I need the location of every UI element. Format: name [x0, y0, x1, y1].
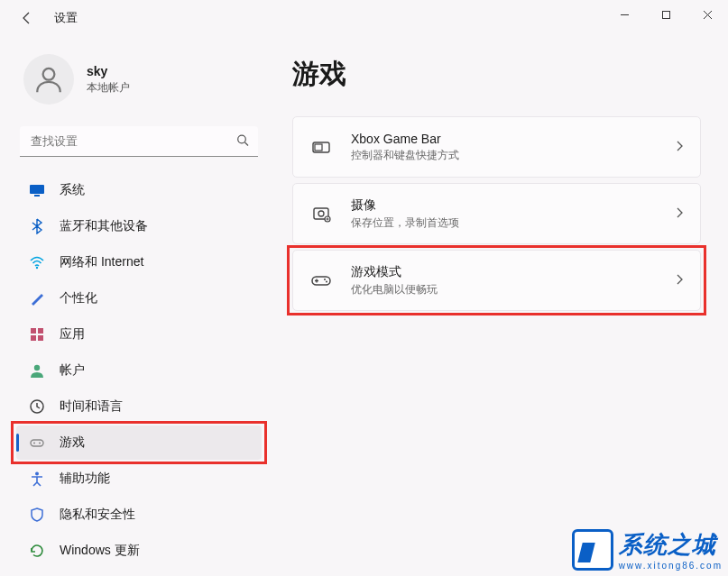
- card-subtitle: 控制器和键盘快捷方式: [351, 148, 657, 163]
- svg-point-12: [34, 365, 40, 370]
- sidebar-item-bluetooth[interactable]: 蓝牙和其他设备: [16, 209, 262, 243]
- window-controls: [604, 0, 728, 29]
- svg-rect-10: [31, 335, 36, 341]
- sidebar-item-label: 游戏: [60, 434, 249, 451]
- settings-card-xbox[interactable]: Xbox Game Bar 控制器和键盘快捷方式: [292, 116, 701, 178]
- svg-rect-9: [38, 328, 43, 334]
- shield-icon: [29, 507, 45, 523]
- sidebar-item-personalization[interactable]: 个性化: [16, 281, 262, 315]
- sidebar-item-gaming[interactable]: 游戏: [16, 425, 262, 460]
- svg-point-16: [39, 443, 41, 444]
- bluetooth-icon: [29, 218, 45, 234]
- nav-list: 系统蓝牙和其他设备网络和 Internet个性化应用帐户时间和语言游戏辅助功能隐…: [16, 173, 262, 568]
- svg-rect-1: [662, 11, 669, 18]
- monitor-icon: [29, 182, 45, 198]
- sidebar-item-network[interactable]: 网络和 Internet: [16, 245, 262, 279]
- sidebar-item-label: 网络和 Internet: [60, 254, 249, 270]
- svg-rect-14: [31, 440, 43, 446]
- sidebar: sky 本地帐户 系统蓝牙和其他设备网络和 Internet个性化应用帐户时间和…: [0, 36, 271, 576]
- search-box[interactable]: [20, 126, 258, 157]
- brush-icon: [29, 290, 45, 306]
- back-button[interactable]: [18, 9, 36, 27]
- settings-card-gamemode[interactable]: 游戏模式 优化电脑以便畅玩: [292, 250, 701, 311]
- titlebar: 设置: [0, 0, 728, 36]
- svg-point-15: [33, 443, 35, 444]
- svg-point-2: [43, 69, 55, 80]
- chevron-right-icon: [675, 206, 684, 222]
- window-title: 设置: [54, 10, 78, 26]
- card-subtitle: 保存位置，录制首选项: [351, 215, 657, 231]
- sidebar-item-accessibility[interactable]: 辅助功能: [16, 462, 262, 496]
- svg-point-3: [238, 135, 246, 143]
- page-title: 游戏: [292, 56, 701, 93]
- chevron-right-icon: [675, 140, 684, 155]
- gamepad-icon: [29, 434, 45, 451]
- update-icon: [29, 543, 45, 559]
- sidebar-item-privacy[interactable]: 隐私和安全性: [16, 498, 262, 532]
- search-icon: [236, 134, 249, 150]
- clock-icon: [29, 398, 45, 415]
- chevron-right-icon: [675, 273, 684, 288]
- profile-section[interactable]: sky 本地帐户: [16, 36, 262, 126]
- settings-card-capture[interactable]: 摄像 保存位置，录制首选项: [292, 183, 701, 244]
- svg-point-17: [35, 472, 39, 476]
- profile-name: sky: [87, 64, 130, 78]
- sidebar-item-label: 帐户: [60, 362, 249, 379]
- card-title: Xbox Game Bar: [351, 132, 657, 146]
- svg-point-7: [36, 267, 38, 269]
- sidebar-item-label: 个性化: [60, 290, 249, 306]
- card-title: 摄像: [351, 197, 657, 214]
- svg-rect-19: [315, 144, 322, 151]
- svg-rect-8: [31, 328, 36, 334]
- watermark: 系统之城 www.xitong86.com: [572, 529, 723, 571]
- sidebar-item-label: 辅助功能: [60, 471, 249, 487]
- watermark-title: 系统之城: [619, 529, 723, 561]
- sidebar-item-label: 系统: [60, 182, 249, 198]
- sidebar-item-label: 应用: [60, 326, 249, 343]
- watermark-url: www.xitong86.com: [619, 561, 723, 571]
- sidebar-item-label: 蓝牙和其他设备: [60, 218, 249, 234]
- svg-rect-5: [30, 185, 44, 194]
- avatar: [23, 54, 74, 105]
- minimize-button[interactable]: [604, 0, 645, 29]
- wifi-icon: [29, 254, 45, 270]
- svg-rect-11: [38, 335, 43, 341]
- capture-icon: [309, 202, 333, 225]
- search-input[interactable]: [20, 126, 258, 157]
- sidebar-item-time[interactable]: 时间和语言: [16, 389, 262, 424]
- sidebar-item-system[interactable]: 系统: [16, 173, 262, 207]
- sidebar-item-update[interactable]: Windows 更新: [16, 534, 262, 568]
- apps-icon: [29, 326, 45, 343]
- svg-point-21: [318, 211, 324, 216]
- svg-rect-6: [34, 195, 40, 197]
- maximize-button[interactable]: [645, 0, 687, 29]
- main-content: 游戏 Xbox Game Bar 控制器和键盘快捷方式 摄像 保存位置，录制首选…: [271, 36, 728, 576]
- svg-point-25: [326, 281, 327, 283]
- card-title: 游戏模式: [351, 264, 657, 280]
- sidebar-item-accounts[interactable]: 帐户: [16, 353, 262, 388]
- card-subtitle: 优化电脑以便畅玩: [351, 282, 657, 297]
- gamemode-icon: [309, 269, 333, 292]
- accessibility-icon: [29, 471, 45, 487]
- person-icon: [29, 362, 45, 379]
- xbox-icon: [309, 135, 333, 159]
- sidebar-item-apps[interactable]: 应用: [16, 317, 262, 352]
- svg-line-4: [245, 142, 249, 146]
- sidebar-item-label: 隐私和安全性: [60, 507, 249, 523]
- sidebar-item-label: Windows 更新: [60, 543, 249, 559]
- watermark-logo-icon: [572, 529, 613, 571]
- sidebar-item-label: 时间和语言: [60, 398, 249, 415]
- svg-point-24: [324, 279, 326, 280]
- profile-type: 本地帐户: [87, 80, 130, 96]
- close-button[interactable]: [687, 0, 728, 29]
